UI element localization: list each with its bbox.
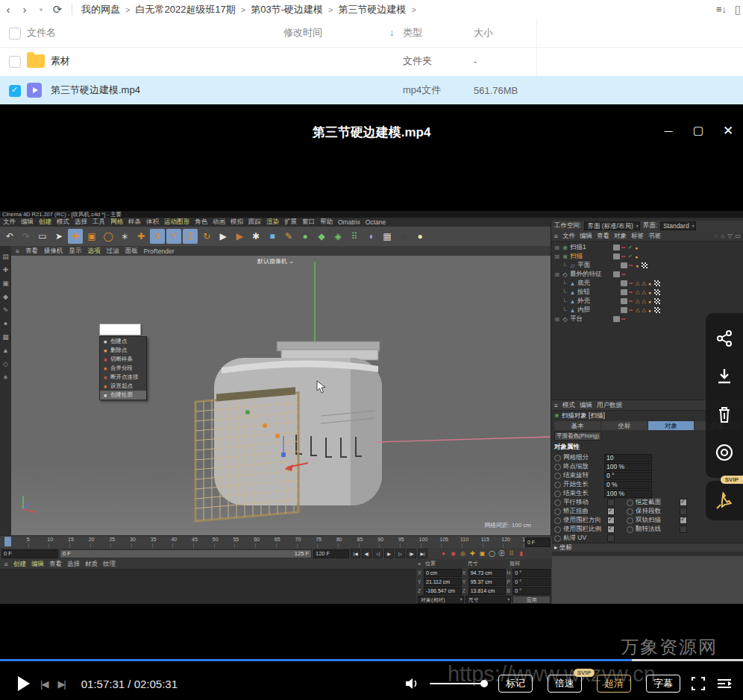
c4d-menu-item[interactable]: 创建 — [39, 218, 51, 227]
mode-tool-icon-2[interactable]: ▣ — [1, 279, 10, 288]
floor-icon[interactable]: ▦ — [380, 229, 395, 244]
coords-value[interactable]: 95.37 cm — [468, 578, 507, 586]
dot-tag-icon[interactable]: ● — [648, 299, 651, 304]
coords-value[interactable]: 21.112 cm — [424, 578, 462, 586]
timeline-marker[interactable] — [4, 537, 11, 546]
visibility-dots[interactable]: •• — [621, 255, 626, 258]
mode-tool-icon-6[interactable]: ▦ — [1, 332, 10, 341]
expand-icon[interactable]: └ — [561, 298, 568, 305]
animation-dot-icon[interactable] — [554, 473, 561, 479]
breadcrumb-item[interactable]: 我的网盘 — [78, 3, 123, 16]
row-checkbox[interactable] — [9, 85, 21, 97]
am-menu-item[interactable]: 编辑 — [580, 401, 592, 410]
visibility-dots[interactable]: •• — [629, 309, 633, 312]
visibility-chip[interactable] — [613, 316, 620, 322]
phong-tag-icon[interactable]: △ — [642, 298, 645, 304]
c4d-menu-item[interactable]: 样条 — [128, 218, 141, 227]
file-row[interactable]: 素材文件夹- — [0, 47, 743, 75]
plus-icon[interactable]: ✚ — [134, 229, 148, 244]
object-name[interactable]: 外壳 — [577, 297, 616, 306]
material-menu-item[interactable]: 查看 — [49, 560, 62, 569]
record-active-icon[interactable]: ◉ — [449, 549, 457, 558]
c4d-menu-item[interactable]: 角色 — [195, 218, 207, 227]
visibility-dots[interactable]: •• — [629, 291, 633, 294]
c4d-menu-item[interactable]: 窗口 — [302, 218, 315, 227]
texture-tag-icon[interactable] — [654, 289, 660, 295]
prev-frame-icon[interactable]: ◁ — [373, 549, 383, 558]
select-all-checkbox[interactable] — [9, 28, 21, 40]
keyframe-move-icon[interactable]: ✚ — [468, 549, 477, 558]
column-size[interactable]: 大小 — [474, 19, 493, 47]
file-name[interactable]: 第三节硬边建模.mp4 — [51, 76, 140, 104]
close-button[interactable]: ✕ — [718, 122, 739, 139]
render-view-icon[interactable]: ▶ — [216, 229, 231, 244]
object-name[interactable]: 扫描 — [570, 252, 609, 261]
expand-icon[interactable]: └ — [561, 307, 568, 314]
coord-system-icon[interactable]: ↻ — [199, 229, 214, 244]
visibility-dots[interactable]: •• — [621, 273, 626, 276]
sort-icon[interactable]: ≡↓ — [710, 2, 733, 17]
object-row[interactable]: └▲按钮••△△● — [551, 288, 743, 297]
animation-dot-icon[interactable] — [554, 517, 561, 524]
share-button[interactable] — [713, 327, 736, 350]
rect-select-icon[interactable]: ▭ — [35, 229, 50, 244]
playlist-icon[interactable] — [716, 677, 733, 690]
c4d-menu-item[interactable]: 文件 — [3, 218, 16, 227]
keyframe-scale-icon[interactable]: ▣ — [478, 549, 486, 558]
object-name[interactable]: 平面 — [577, 261, 616, 270]
attribute-tab[interactable]: 基本 — [554, 421, 601, 430]
c4d-menu-item[interactable]: Omatrix — [338, 218, 360, 226]
dot-tag-icon[interactable]: ● — [648, 290, 651, 295]
workspace-dropdown[interactable]: 界面 (标准/布局) — [584, 221, 639, 230]
play-button[interactable] — [18, 676, 30, 691]
field-value[interactable]: 100 % — [604, 490, 652, 498]
visibility-dots[interactable]: •• — [629, 300, 633, 303]
c4d-menu-item[interactable]: 模拟 — [231, 218, 243, 227]
标记-button[interactable]: 标记 — [498, 675, 533, 693]
expand-icon[interactable]: ⊞ — [554, 271, 560, 278]
seek-bar[interactable] — [0, 659, 743, 661]
coords-value[interactable]: -166.547 cm — [424, 587, 462, 595]
volume-icon[interactable] — [404, 677, 419, 690]
expand-icon[interactable]: └ — [561, 262, 568, 269]
breadcrumb-item[interactable]: 第03节-硬边建模 — [248, 3, 326, 16]
current-frame-field[interactable]: 0 F — [1, 549, 58, 558]
material-menu-item[interactable]: 纹理 — [103, 560, 116, 569]
popup-search-input[interactable] — [99, 324, 141, 335]
field-value[interactable]: 10 — [604, 454, 652, 462]
om-tool-icon-3[interactable]: ▭ — [735, 233, 741, 239]
dot-tag-icon[interactable]: ● — [648, 308, 651, 313]
phong-tag-icon[interactable]: △ — [636, 280, 639, 286]
mode-tool-icon-8[interactable]: ◇ — [1, 359, 10, 368]
file-name[interactable]: 素材 — [51, 47, 70, 75]
axis-x-icon[interactable]: X — [150, 229, 165, 244]
expand-icon[interactable]: └ — [561, 289, 568, 296]
material-menu-item[interactable]: 创建 — [13, 560, 26, 569]
visibility-chip[interactable] — [613, 271, 620, 277]
object-name[interactable]: 扫描1 — [570, 243, 609, 252]
phong-tag-icon[interactable]: △ — [642, 307, 645, 313]
c4d-menu-item[interactable]: Octane — [366, 218, 386, 226]
coords-value[interactable]: 0 cm — [424, 569, 462, 577]
visibility-chip[interactable] — [613, 245, 620, 250]
phong-tag-icon[interactable]: △ — [636, 298, 639, 304]
visibility-chip[interactable] — [621, 307, 627, 313]
axis-y-icon[interactable]: Y — [166, 229, 181, 244]
forward-icon[interactable]: › — [16, 2, 33, 17]
autokey-icon[interactable]: ◎ — [459, 549, 467, 558]
om-tool-icon-0[interactable]: ◌ — [715, 233, 718, 239]
checkbox[interactable] — [607, 499, 615, 506]
solo-icon[interactable]: ▮ — [517, 549, 525, 558]
viewport-menu-item[interactable]: 显示 — [69, 247, 81, 256]
c4d-menu-item[interactable]: 渲染 — [266, 218, 279, 227]
visibility-dots[interactable]: •• — [621, 246, 626, 249]
animation-dot-icon[interactable] — [627, 526, 633, 533]
timeline-ruler[interactable]: 0510152025303540455055606570758085909510… — [0, 535, 552, 549]
animation-dot-icon[interactable] — [627, 508, 633, 515]
object-row[interactable]: └▲外壳••△△● — [551, 297, 743, 306]
visibility-dots[interactable]: •• — [629, 264, 633, 267]
coords-size-dropdown[interactable]: 尺寸 — [465, 596, 512, 604]
column-type[interactable]: 类型 — [403, 19, 422, 47]
object-row[interactable]: ⊞≋扫描••✓● — [551, 252, 743, 261]
phong-tag-icon[interactable]: △ — [642, 280, 645, 286]
